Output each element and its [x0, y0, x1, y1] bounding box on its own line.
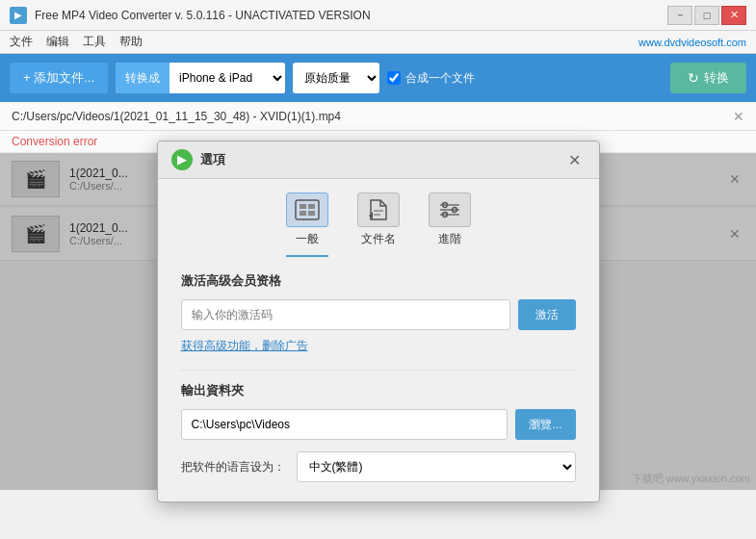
- merge-checkbox[interactable]: [387, 71, 401, 85]
- modal-title: 選項: [200, 151, 225, 168]
- modal-overlay: ▶ 選項 ✕: [0, 153, 756, 490]
- quality-select[interactable]: 原始质量: [293, 63, 379, 93]
- menu-items: 文件 编辑 工具 帮助: [10, 34, 143, 50]
- svg-rect-1: [300, 204, 306, 209]
- output-folder-title: 輸出資料夾: [181, 382, 576, 399]
- convert-format-select[interactable]: iPhone & iPad: [169, 63, 285, 93]
- tab-filename[interactable]: 文件名: [357, 192, 400, 257]
- language-row: 把软件的语言设为： 中文(繁體) 中文(简体) English: [181, 451, 576, 482]
- main-content: 🎬 1(2021_0... C:/Users/... ✕ 🎬 1(2021_0.…: [0, 153, 756, 490]
- divider: [181, 370, 576, 371]
- modal-header: ▶ 選項 ✕: [158, 141, 599, 179]
- modal-tabs: 一般 文件名: [158, 179, 599, 257]
- add-file-button[interactable]: + 添加文件...: [10, 63, 108, 93]
- activation-code-input[interactable]: [181, 299, 510, 330]
- activate-button[interactable]: 激活: [518, 299, 576, 330]
- svg-rect-4: [308, 211, 315, 216]
- menu-bar: 文件 编辑 工具 帮助 www.dvdvideosoft.com: [0, 31, 756, 54]
- tab-advanced-label: 進階: [438, 231, 461, 247]
- output-folder-row: 瀏覽...: [181, 409, 576, 440]
- browse-button[interactable]: 瀏覽...: [515, 409, 575, 440]
- filepath-close-button[interactable]: ✕: [733, 109, 744, 124]
- menu-file[interactable]: 文件: [10, 34, 33, 50]
- app-icon: ▶: [10, 7, 27, 24]
- tab-filename-label: 文件名: [361, 231, 396, 247]
- close-window-button[interactable]: ✕: [721, 6, 746, 25]
- language-select[interactable]: 中文(繁體) 中文(简体) English: [297, 451, 576, 482]
- filepath-bar: C:/Users/pc/Videos/1(2021_01_11_15_30_48…: [0, 102, 756, 131]
- premium-link[interactable]: 获得高级功能，删除广告: [181, 338, 576, 354]
- window-controls: － □ ✕: [667, 6, 746, 25]
- svg-rect-3: [300, 211, 306, 216]
- current-filepath: C:/Users/pc/Videos/1(2021_01_11_15_30_48…: [12, 110, 341, 123]
- activation-section-title: 激活高级会员资格: [181, 272, 576, 290]
- title-bar: ▶ Free MP4 Video Converter v. 5.0.116 - …: [0, 0, 756, 31]
- website-link[interactable]: www.dvdvideosoft.com: [639, 37, 746, 48]
- activation-row: 激活: [181, 299, 576, 330]
- tab-general[interactable]: 一般: [286, 192, 328, 257]
- menu-edit[interactable]: 编辑: [46, 34, 69, 50]
- maximize-button[interactable]: □: [694, 6, 719, 25]
- toolbar: + 添加文件... 转换成 iPhone & iPad 原始质量 合成一个文件 …: [0, 54, 756, 102]
- tab-general-icon: [286, 192, 328, 227]
- tab-filename-icon: [357, 192, 400, 227]
- svg-rect-0: [296, 200, 319, 219]
- merge-label: 合成一个文件: [405, 70, 475, 87]
- menu-tools[interactable]: 工具: [83, 34, 106, 50]
- options-dialog: ▶ 選項 ✕: [157, 141, 600, 502]
- menu-help[interactable]: 帮助: [119, 34, 143, 50]
- modal-app-icon: ▶: [171, 149, 193, 170]
- modal-close-button[interactable]: ✕: [564, 149, 586, 170]
- output-folder-input[interactable]: [181, 409, 508, 440]
- language-label: 把软件的语言设为：: [181, 459, 285, 475]
- minimize-button[interactable]: －: [667, 6, 692, 25]
- tab-advanced-icon: [429, 192, 471, 227]
- convert-format-wrap: 转换成 iPhone & iPad: [116, 63, 285, 93]
- tab-advanced[interactable]: 進階: [429, 192, 471, 257]
- svg-rect-2: [308, 204, 315, 209]
- convert-button[interactable]: ↻ 转换: [670, 63, 746, 93]
- modal-body: 激活高级会员资格 激活 获得高级功能，删除广告 輸出資料夾 瀏覽... 把软件的…: [158, 257, 599, 501]
- merge-checkbox-wrap: 合成一个文件: [387, 70, 475, 87]
- window-title: Free MP4 Video Converter v. 5.0.116 - UN…: [35, 9, 371, 22]
- convert-prefix-label: 转换成: [116, 63, 169, 93]
- tab-general-label: 一般: [296, 231, 319, 247]
